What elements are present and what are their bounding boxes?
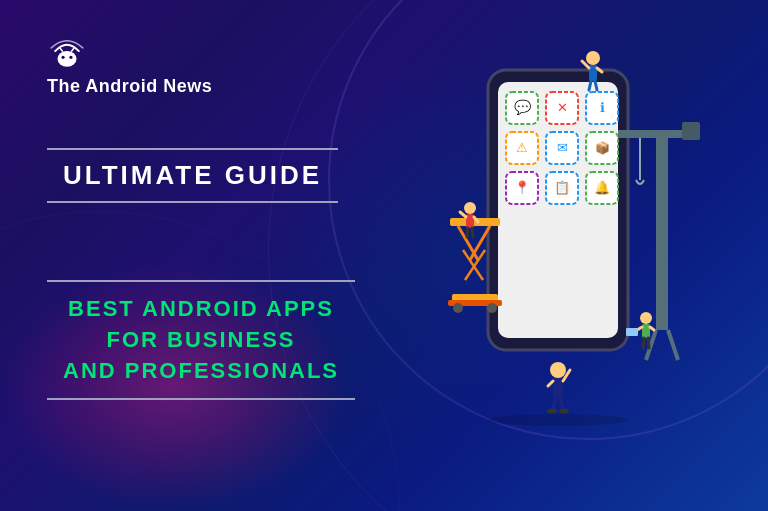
svg-line-29 <box>589 81 591 90</box>
main-title-box: BEST ANDROID APPS FOR BUSINESS AND PROFE… <box>47 280 355 400</box>
svg-line-4 <box>72 48 74 51</box>
svg-text:📍: 📍 <box>514 179 531 196</box>
svg-line-64 <box>560 396 563 410</box>
svg-line-30 <box>595 81 597 90</box>
svg-line-56 <box>650 327 654 330</box>
svg-point-59 <box>550 362 566 378</box>
svg-point-25 <box>586 51 600 65</box>
svg-text:📦: 📦 <box>595 140 610 155</box>
svg-point-38 <box>453 303 463 313</box>
svg-text:ℹ: ℹ <box>600 100 605 115</box>
svg-text:📋: 📋 <box>554 179 571 196</box>
svg-text:💬: 💬 <box>514 99 532 116</box>
svg-line-44 <box>467 228 468 237</box>
svg-line-62 <box>548 381 553 386</box>
svg-rect-47 <box>618 130 693 138</box>
svg-line-3 <box>60 48 62 51</box>
svg-point-0 <box>58 51 77 67</box>
svg-point-65 <box>547 409 557 414</box>
svg-point-66 <box>559 409 569 414</box>
svg-line-57 <box>643 338 644 348</box>
svg-line-42 <box>460 212 466 217</box>
ultimate-guide-box: ULTIMATE GUIDE <box>47 148 338 203</box>
svg-line-51 <box>668 330 678 360</box>
svg-line-58 <box>648 338 649 348</box>
svg-line-63 <box>553 396 556 410</box>
ultimate-guide-label: ULTIMATE GUIDE <box>63 160 322 190</box>
background: The Android News ULTIMATE GUIDE BEST AND… <box>0 0 768 511</box>
svg-point-1 <box>61 56 64 59</box>
site-name-text: The Android News <box>47 76 212 97</box>
svg-text:⚠: ⚠ <box>516 140 528 155</box>
svg-text:🔔: 🔔 <box>594 179 611 196</box>
main-title-text: BEST ANDROID APPS FOR BUSINESS AND PROFE… <box>63 294 339 386</box>
logo-area: The Android News <box>47 40 212 97</box>
svg-rect-55 <box>626 328 638 336</box>
svg-line-45 <box>472 228 473 237</box>
svg-rect-46 <box>656 130 668 330</box>
svg-point-39 <box>487 303 497 313</box>
svg-text:✕: ✕ <box>557 100 568 115</box>
phone-illustration: 💬 ✕ ℹ ⚠ ✉ 📦 📍 📋 🔔 <box>408 50 708 470</box>
svg-rect-48 <box>682 122 700 140</box>
android-logo-icon <box>47 40 87 70</box>
svg-point-40 <box>464 202 476 214</box>
svg-point-2 <box>69 56 72 59</box>
svg-point-52 <box>640 312 652 324</box>
svg-text:✉: ✉ <box>557 140 568 155</box>
svg-rect-60 <box>553 378 563 396</box>
svg-point-67 <box>488 414 628 426</box>
